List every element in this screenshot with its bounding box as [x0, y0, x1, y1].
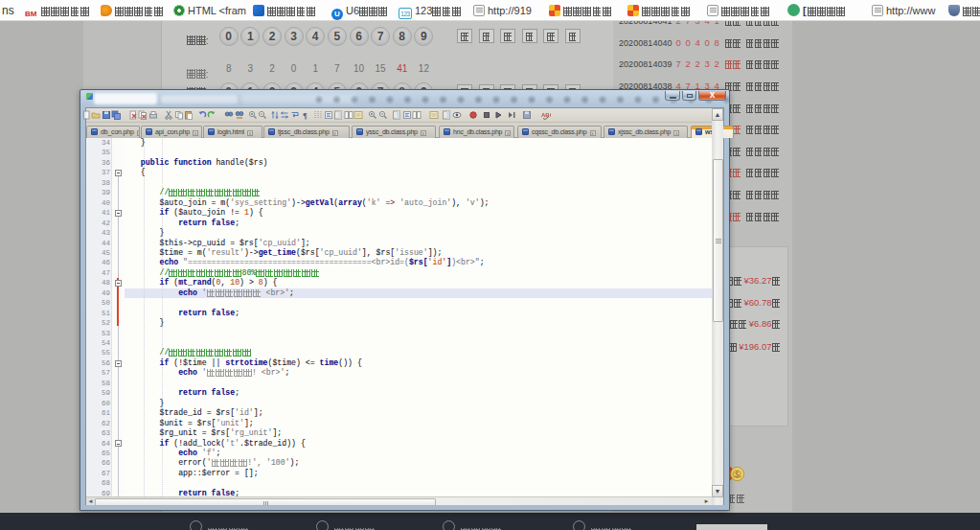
svg-text:¶: ¶	[303, 111, 308, 121]
svg-text:ABC: ABC	[541, 112, 551, 118]
